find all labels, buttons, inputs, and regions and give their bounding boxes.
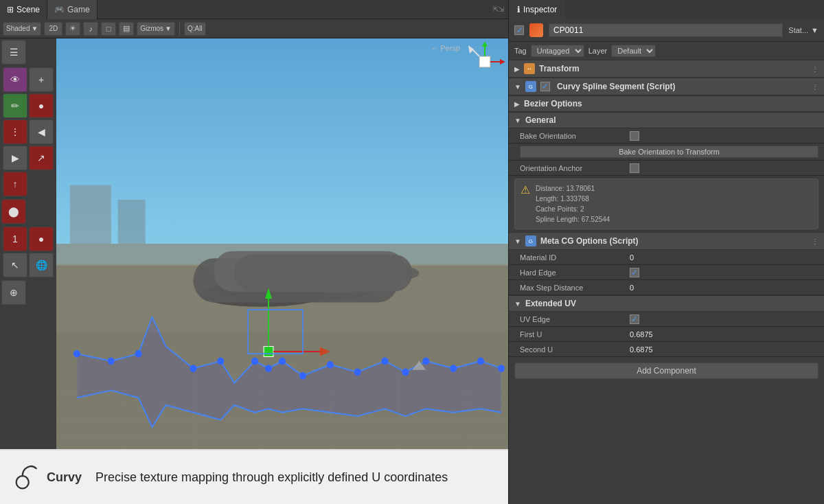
transform-section-header[interactable]: ▶ ↔ Transform ⋮ [509,60,824,78]
svg-point-23 [251,358,258,365]
tab-scene[interactable]: ⊞ Scene [0,0,47,19]
inspector-tab[interactable]: ℹ Inspector [509,0,565,19]
curvy-brand-icon [14,463,41,491]
max-step-value: 0 [630,284,819,292]
svg-point-22 [217,358,224,365]
orientation-anchor-checkbox[interactable] [630,163,639,173]
bake-orientation-label: Bake Orientation [520,132,630,140]
transform-arrow-icon: ▶ [514,65,520,73]
tool-network[interactable]: ⊕ [1,280,26,305]
curvy-spline-checkbox[interactable]: ✓ [540,82,550,91]
curvy-spline-icon: G [525,81,536,92]
active-checkbox[interactable]: ✓ [514,25,524,35]
first-u-value: 0.6875 [630,330,819,339]
tag-dropdown[interactable]: Untagged [531,45,584,57]
svg-point-18 [73,350,80,358]
viewport-toolbar: Shaded ▼ 2D ☀ ♪ □ ▤ Gizmos ▼ Q:All [0,19,508,38]
tool-pencil[interactable]: ✏ [3,93,27,118]
transform-title: Transform [539,64,580,73]
info-length: Length: 1.333768 [536,194,610,204]
general-section-header[interactable]: ▼ General [509,112,824,128]
uv-edge-checkbox[interactable]: ✓ [630,314,639,324]
tool-sphere-red[interactable]: ⬤ [1,199,26,224]
meta-cg-arrow-icon: ▼ [514,238,521,245]
svg-rect-16 [234,255,412,291]
bake-to-transform-button[interactable]: Bake Orientation to Transform [520,146,819,158]
gamepad-icon: 🎮 [54,5,65,14]
tool-1[interactable]: 1 [3,227,27,251]
shading-dropdown[interactable]: Shaded ▼ [3,22,41,36]
tool-forward[interactable]: ▶ [3,146,27,170]
sun-icon-button[interactable]: ☀ [65,22,80,36]
tool-back[interactable]: ◀ [29,119,54,144]
extended-uv-section-header[interactable]: ▼ Extended UV [509,295,824,312]
svg-point-52 [16,476,29,488]
extended-uv-title: Extended UV [525,299,576,308]
svg-rect-8 [70,185,111,244]
audio-icon-button[interactable]: ♪ [83,22,98,36]
tool-dots[interactable]: ⋮ [3,119,27,144]
meta-cg-icon: G [525,236,536,247]
svg-point-20 [135,350,142,358]
material-id-label: Material ID [520,253,630,262]
bake-orientation-checkbox[interactable] [630,131,639,141]
first-u-label: First U [520,330,630,339]
object-name-field[interactable] [549,23,783,37]
svg-point-19 [108,358,115,365]
info-icon: ℹ [517,5,520,14]
layers-icon-button[interactable]: ▤ [119,22,134,36]
tool-menu[interactable]: ☰ [1,40,26,65]
camera-icon-button[interactable]: □ [101,22,116,36]
search-dropdown[interactable]: Q:All [184,22,206,36]
grid-icon: ⊞ [7,5,14,14]
bake-to-transform-row: Bake Orientation to Transform [509,144,824,161]
tool-cursor[interactable]: ↖ [3,253,27,277]
tab-bar: ⊞ Scene 🎮 Game ⇱⇲ [0,0,508,19]
object-color-icon[interactable] [529,23,543,37]
tool-move-diag[interactable]: ↗ [29,146,54,170]
second-u-value: 0.6875 [630,345,819,354]
gizmos-dropdown[interactable]: Gizmos ▼ [137,22,175,36]
tool-arrow-up[interactable]: ↑ [3,172,27,196]
tool-select[interactable]: ● [29,93,54,118]
layer-dropdown[interactable]: Default [611,45,656,57]
curvy-spline-section-header[interactable]: ▼ G ✓ Curvy Spline Segment (Script) ⋮ [509,78,824,95]
second-u-row: Second U 0.6875 [509,342,824,357]
static-dropdown-icon: ▼ [811,26,819,34]
chevron-down-icon: ▼ [31,25,38,32]
hard-edge-label: Hard Edge [520,268,630,277]
svg-point-32 [450,365,457,372]
svg-point-28 [354,369,361,376]
tool-eye[interactable]: 👁 [3,67,27,92]
tool-add[interactable]: + [29,67,54,92]
general-title: General [525,115,556,125]
tab-game-label: Game [67,5,90,14]
hard-edge-checkbox[interactable]: ✓ [630,268,639,277]
general-arrow-icon: ▼ [514,117,521,124]
transform-collapse-icon: ⋮ [812,65,819,73]
bezier-section-header[interactable]: ▶ Bezier Options [509,95,824,112]
curvy-spline-arrow-icon: ▼ [514,83,521,91]
maximize-button[interactable]: ⇱⇲ [489,5,508,13]
uv-edge-row: UV Edge ✓ [509,312,824,327]
bezier-arrow-icon: ▶ [514,100,520,108]
tool-globe[interactable]: 🌐 [29,253,54,277]
curvy-logo: Curvy [14,463,82,491]
tool-dot[interactable]: ● [29,227,54,251]
tab-game[interactable]: 🎮 Game [47,0,98,19]
2d-button[interactable]: 2D [44,22,62,36]
chevron-icon: ▼ [165,25,172,32]
tab-scene-label: Scene [16,5,40,14]
svg-point-33 [477,358,484,365]
meta-cg-title: Meta CG Options (Script) [540,236,639,246]
meta-cg-section-header[interactable]: ▼ G Meta CG Options (Script) ⋮ [509,232,824,250]
viewport-3d: ← Persp [56,38,508,449]
inspector-tab-bar: ℹ Inspector [509,0,824,19]
svg-point-21 [190,365,196,372]
orientation-anchor-label: Orientation Anchor [520,164,630,172]
info-distance: Distance: 13.78061 [536,183,610,194]
bake-orientation-row: Bake Orientation [509,128,824,144]
add-component-button[interactable]: Add Component [514,363,819,379]
second-u-label: Second U [520,345,630,354]
max-step-label: Max Step Distance [520,284,630,292]
